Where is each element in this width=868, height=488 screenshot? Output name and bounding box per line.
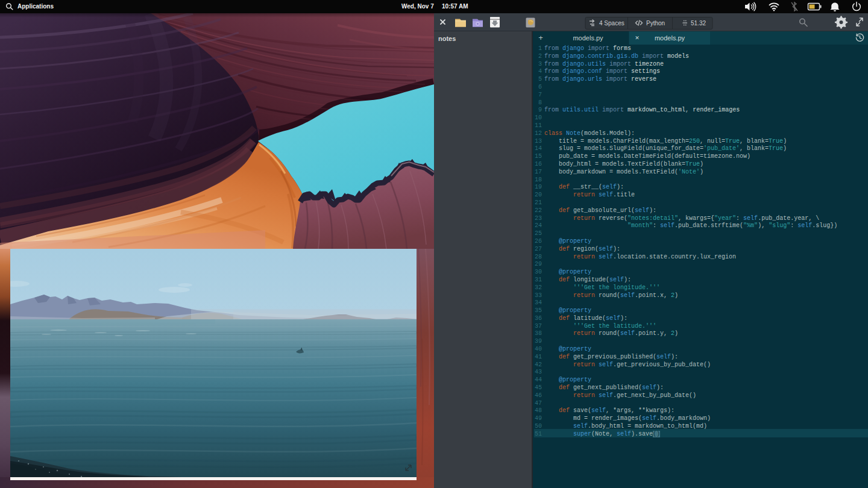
svg-text:Python: Python	[646, 20, 665, 27]
svg-text:51.32: 51.32	[691, 20, 706, 27]
svg-text:4 Spaces: 4 Spaces	[599, 20, 624, 27]
